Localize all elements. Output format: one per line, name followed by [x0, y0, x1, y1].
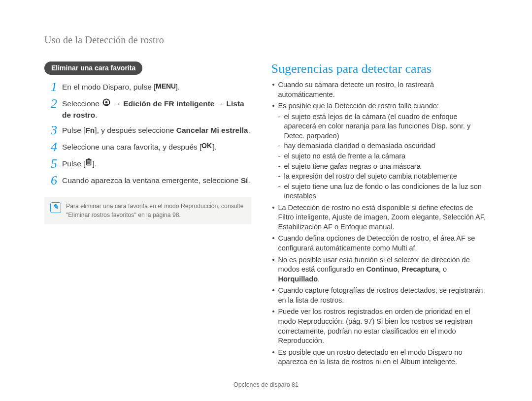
- trash-icon: [85, 158, 92, 169]
- step-body: Pulse [Fn], y después seleccione Cancela…: [62, 125, 251, 136]
- list-item: el sujeto está lejos de la cámara (el cu…: [278, 112, 488, 141]
- text: →: [111, 99, 123, 108]
- step-2: 2 Seleccione → Edición de FR inteligente…: [44, 98, 251, 121]
- page-title: Uso de la Detección de rostro: [44, 34, 488, 46]
- text-bold: Edición de FR inteligente: [123, 99, 214, 108]
- list-item: el sujeto tiene una luz de fondo o las c…: [278, 182, 488, 201]
- sub-list: el sujeto está lejos de la cámara (el cu…: [278, 112, 488, 201]
- text-bold: Sí: [241, 176, 248, 185]
- text: ].: [92, 159, 97, 168]
- text: ].: [212, 143, 217, 151]
- text: Pulse [: [62, 159, 85, 168]
- footer-label: Opciones de disparo: [233, 381, 292, 388]
- step-1: 1 En el modo Disparo, pulse [MENU].: [44, 82, 251, 94]
- list-item: No es posible usar esta función si el se…: [271, 255, 488, 284]
- section-heading-pill: Eliminar una cara favorita: [44, 62, 142, 75]
- steps-list: 1 En el modo Disparo, pulse [MENU]. 2 Se…: [44, 82, 251, 188]
- step-number: 5: [44, 157, 57, 170]
- list-item: el sujeto tiene gafas negras o una másca…: [278, 162, 488, 172]
- list-item: Cuando capture fotografías de rostros de…: [271, 286, 488, 305]
- step-body: En el modo Disparo, pulse [MENU].: [62, 82, 251, 93]
- list-item: hay demasiada claridad o demasiada oscur…: [278, 141, 488, 151]
- step-body: Pulse [].: [62, 158, 251, 170]
- tips-list: Cuando su cámara detecte un rostro, lo r…: [271, 80, 488, 367]
- list-item: Es posible que la Detección de rostro fa…: [271, 101, 488, 201]
- list-item: Puede ver los rostros registrados en ord…: [271, 307, 488, 345]
- text: Pulse [: [62, 126, 85, 134]
- list-item: Es posible que un rostro detectado en el…: [271, 348, 488, 367]
- text-bold: Continuo: [366, 265, 398, 273]
- fn-label: Fn: [85, 126, 95, 134]
- text: .: [318, 275, 320, 283]
- list-item: Cuando defina opciones de Detección de r…: [271, 234, 488, 253]
- manual-page: Uso de la Detección de rostro Eliminar u…: [0, 0, 532, 401]
- note-text: Para eliminar una cara favorita en el mo…: [66, 202, 244, 220]
- ok-icon: OK: [201, 141, 212, 152]
- svg-text:MENU: MENU: [156, 83, 175, 90]
- list-item: la expresión del rostro del sujeto cambi…: [278, 172, 488, 182]
- svg-rect-4: [105, 99, 107, 101]
- step-number: 3: [44, 124, 57, 137]
- content-columns: Eliminar una cara favorita 1 En el modo …: [44, 62, 488, 369]
- text: ].: [175, 83, 180, 91]
- step-body: Seleccione una cara favorita, y después …: [62, 142, 251, 153]
- svg-point-3: [105, 101, 108, 103]
- menu-icon: MENU: [156, 82, 175, 93]
- page-footer: Opciones de disparo 81: [0, 381, 532, 388]
- right-column: Sugerencias para detectar caras Cuando s…: [271, 62, 488, 369]
- note-icon: ✎: [50, 202, 61, 213]
- step-4: 4 Seleccione una cara favorita, y despué…: [44, 142, 251, 154]
- text-bold: Precaptura: [401, 265, 439, 273]
- text: Es posible que la Detección de rostro fa…: [278, 102, 438, 110]
- text: .: [248, 126, 250, 134]
- text: .: [248, 176, 250, 185]
- list-item: La Detección de rostro no está disponibl…: [271, 203, 488, 232]
- text: →: [214, 99, 226, 108]
- tips-heading: Sugerencias para detectar caras: [271, 62, 488, 76]
- svg-text:OK: OK: [201, 142, 212, 149]
- text: En el modo Disparo, pulse [: [62, 83, 156, 91]
- list-item: Cuando su cámara detecte un rostro, lo r…: [271, 80, 488, 99]
- text: .: [95, 111, 97, 119]
- text: , o: [439, 265, 447, 273]
- left-column: Eliminar una cara favorita 1 En el modo …: [44, 62, 251, 369]
- text-bold: Cancelar Mi estrella: [176, 126, 248, 134]
- text: ], y después seleccione: [95, 126, 176, 134]
- list-item: el sujeto no está de frente a la cámara: [278, 152, 488, 161]
- text: ,: [398, 265, 401, 273]
- text: Cuando aparezca la ventana emergente, se…: [62, 176, 241, 185]
- step-body: Seleccione → Edición de FR inteligente →…: [62, 98, 251, 121]
- step-number: 2: [44, 97, 57, 110]
- note-box: ✎ Para eliminar una cara favorita en el …: [44, 197, 251, 225]
- step-5: 5 Pulse [].: [44, 158, 251, 171]
- step-3: 3 Pulse [Fn], y después seleccione Cance…: [44, 125, 251, 138]
- step-6: 6 Cuando aparezca la ventana emergente, …: [44, 175, 251, 188]
- step-body: Cuando aparezca la ventana emergente, se…: [62, 175, 251, 186]
- step-number: 4: [44, 141, 57, 154]
- footer-page-number: 81: [292, 381, 299, 388]
- camera-icon: [101, 98, 111, 109]
- text-bold: Horquillado: [278, 275, 318, 283]
- step-number: 1: [44, 81, 57, 93]
- text: Seleccione: [62, 99, 101, 108]
- text: Seleccione una cara favorita, y después …: [62, 143, 201, 151]
- svg-rect-11: [88, 158, 90, 159]
- step-number: 6: [44, 174, 57, 187]
